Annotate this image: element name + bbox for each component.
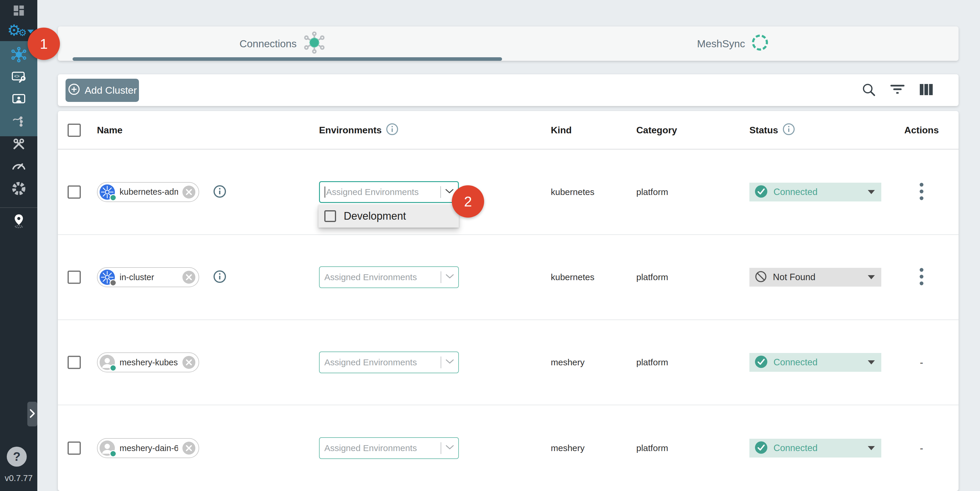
check-circle-icon [755, 441, 768, 455]
chevron-down-icon[interactable] [445, 359, 454, 366]
sidebar-item-meshery[interactable] [0, 178, 37, 200]
connection-name-label: kubernetes-admin... [119, 187, 178, 197]
category-value: platform [636, 358, 668, 367]
connections-table: Name Environments Kind Category Status [58, 111, 959, 491]
row-checkbox[interactable] [68, 442, 81, 455]
caret-down-icon [868, 446, 875, 450]
select-all-checkbox[interactable] [68, 124, 81, 137]
environment-option-checkbox[interactable] [324, 210, 336, 222]
step-badge-1-number: 1 [40, 36, 48, 52]
select-divider [441, 356, 441, 368]
connection-name-chip[interactable]: meshery-kubescop... [97, 353, 199, 372]
gear-small-icon: ⚙ [19, 28, 27, 37]
meshsync-spinner-icon [750, 33, 770, 55]
kind-value: kubernetes [551, 187, 594, 197]
remove-connection-icon[interactable] [182, 356, 196, 369]
filter-icon [890, 84, 905, 97]
row-checkbox[interactable] [68, 185, 81, 199]
environments-select[interactable]: Assigned Environments [319, 437, 459, 459]
category-value: platform [636, 443, 668, 453]
column-header-status: Status [749, 111, 795, 149]
sidebar-expand-button[interactable] [27, 402, 37, 426]
search-button[interactable] [859, 81, 878, 100]
active-tab-indicator [73, 57, 502, 61]
row-checkbox[interactable] [68, 271, 81, 284]
help-button[interactable]: ? [7, 447, 27, 467]
kind-value: meshery [551, 443, 585, 453]
chevron-right-icon [29, 408, 36, 419]
kubernetes-icon [99, 269, 115, 286]
sidebar-item-workloads[interactable] [0, 89, 37, 111]
no-actions-dash: - [920, 443, 923, 454]
column-header-kind: Kind [551, 111, 572, 149]
kind-value: meshery [551, 358, 585, 367]
connection-name-label: meshery-dain-6 [119, 443, 178, 453]
caret-down-icon [868, 190, 875, 194]
tab-connections[interactable]: Connections [58, 26, 508, 61]
svg-text:<>: <> [14, 74, 20, 79]
connections-tab-mesh-icon [302, 30, 327, 57]
header-status-label: Status [749, 125, 778, 136]
environments-select[interactable]: Assigned Environments [319, 181, 459, 203]
column-header-category: Category [636, 111, 677, 149]
info-icon[interactable] [386, 123, 399, 138]
header-environments-label: Environments [319, 125, 382, 136]
remove-connection-icon[interactable] [182, 442, 196, 455]
remove-connection-icon[interactable] [182, 185, 196, 199]
select-divider [441, 186, 441, 198]
sidebar-item-toolkit[interactable] [0, 133, 37, 156]
category-value: platform [636, 187, 668, 197]
chevron-down-icon[interactable] [445, 189, 454, 195]
sidebar-item-extensions[interactable] [0, 210, 37, 233]
filter-button[interactable] [888, 81, 907, 100]
info-icon[interactable] [782, 123, 795, 138]
table-header-row: Name Environments Kind Category Status [58, 111, 959, 149]
info-icon[interactable] [213, 270, 226, 284]
connection-name-chip[interactable]: meshery-dain-6 [97, 438, 199, 458]
tabs-bar: Connections MeshSync [58, 26, 959, 61]
sidebar: ⚙ ⚙ <> [0, 0, 37, 491]
view-columns-icon [919, 83, 933, 97]
view-columns-button[interactable] [917, 81, 935, 100]
environments-placeholder: Assigned Environments [324, 358, 436, 367]
kubernetes-icon [99, 184, 115, 200]
select-divider [441, 271, 441, 283]
connection-name-chip[interactable]: kubernetes-admin... [97, 182, 199, 202]
connection-name-label: in-cluster [119, 273, 178, 282]
status-dropdown[interactable]: Connected [749, 439, 881, 458]
tab-meshsync[interactable]: MeshSync [508, 26, 959, 61]
table-row: meshery-kubescop... Assigned Environment… [58, 320, 959, 405]
add-cluster-button[interactable]: Add Cluster [65, 79, 139, 102]
status-label: Connected [773, 443, 862, 453]
status-dropdown[interactable]: Not Found [749, 268, 881, 287]
row-actions-menu-button[interactable] [913, 180, 931, 204]
status-dropdown[interactable]: Connected [749, 183, 881, 202]
row-checkbox[interactable] [68, 356, 81, 369]
sidebar-item-dashboard[interactable] [0, 0, 37, 22]
table-row: in-cluster Assigned Environments [58, 235, 959, 320]
dashboard-icon [12, 4, 25, 19]
app-version: v0.7.77 [0, 474, 37, 483]
environments-select[interactable]: Assigned Environments [319, 266, 459, 288]
sidebar-item-adapters[interactable]: <> [0, 67, 37, 89]
environment-option-development[interactable]: Development [318, 205, 459, 227]
chevron-down-icon[interactable] [445, 274, 454, 281]
info-icon[interactable] [213, 185, 226, 199]
column-header-environments: Environments [319, 111, 399, 149]
remove-connection-icon[interactable] [182, 270, 196, 284]
status-dropdown[interactable]: Connected [749, 353, 881, 372]
chevron-down-icon[interactable] [445, 445, 454, 452]
connection-name-label: meshery-kubescop... [119, 358, 178, 367]
sidebar-item-performance[interactable] [0, 154, 37, 176]
environments-select[interactable]: Assigned Environments [319, 351, 459, 373]
connection-name-chip[interactable]: in-cluster [97, 267, 199, 287]
sidebar-item-pipeline[interactable] [0, 111, 37, 133]
connection-status-dot [110, 194, 117, 201]
status-label: Not Found [773, 272, 862, 283]
table-row: kubernetes-admin... Assigned [58, 149, 959, 235]
kind-value: kubernetes [551, 272, 594, 282]
check-circle-icon [755, 355, 768, 369]
pipeline-graph-icon [11, 115, 26, 130]
row-actions-menu-button[interactable] [913, 265, 931, 289]
step-badge-1: 1 [28, 28, 60, 60]
